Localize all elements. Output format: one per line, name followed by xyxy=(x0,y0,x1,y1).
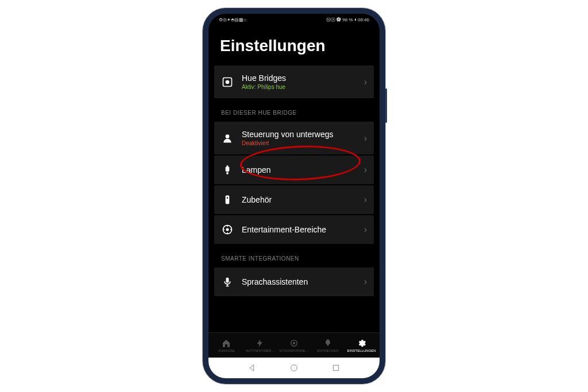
item-sublabel: Aktiv: Philips hue xyxy=(242,84,356,90)
status-text-right: ⓃⒶ ⓿ 98 % ▮ 08:46 xyxy=(326,17,369,23)
item-sublabel: Deaktiviert xyxy=(242,140,356,146)
gear-icon xyxy=(357,339,366,348)
nav-sync[interactable]: SYNCHRONISIE… xyxy=(277,339,311,352)
svg-point-4 xyxy=(227,197,229,199)
accessories-item[interactable]: Zubehör › xyxy=(214,185,374,214)
svg-point-9 xyxy=(293,342,295,344)
svg-rect-7 xyxy=(226,278,229,283)
item-label: Hue Bridges xyxy=(242,73,356,83)
bridge-icon xyxy=(221,76,234,88)
nav-home[interactable]: ZUHAUSE xyxy=(210,339,243,352)
item-label: Entertainment-Bereiche xyxy=(242,225,356,234)
nav-label: SYNCHRONISIE… xyxy=(279,349,309,352)
rocket-icon xyxy=(323,339,332,348)
entertainment-icon xyxy=(221,223,234,236)
item-text: Entertainment-Bereiche xyxy=(242,225,356,234)
item-label: Steuerung von unterwegs xyxy=(242,130,356,139)
item-text: Steuerung von unterwegs Deaktiviert xyxy=(242,130,356,146)
lights-item[interactable]: Lampen › xyxy=(214,156,374,184)
remote-control-item[interactable]: Steuerung von unterwegs Deaktiviert › xyxy=(214,122,374,154)
item-text: Lampen xyxy=(242,165,356,174)
section-header-bridge: BEI DIESER HUE BRIDGE xyxy=(208,99,380,122)
microphone-icon xyxy=(221,275,234,288)
chevron-right-icon: › xyxy=(364,195,367,205)
android-recent-button[interactable] xyxy=(331,363,341,373)
android-back-button[interactable] xyxy=(247,363,257,373)
status-bar: ⚙◎✦⬘▤▩⌂ ⓃⒶ ⓿ 98 % ▮ 08:46 xyxy=(208,14,380,25)
svg-point-10 xyxy=(291,365,297,371)
svg-point-2 xyxy=(226,134,230,138)
item-label: Lampen xyxy=(242,165,356,174)
nav-settings[interactable]: EINSTELLUNGEN xyxy=(345,339,378,352)
svg-rect-11 xyxy=(333,365,338,370)
bottom-nav: ZUHAUSE AUTOMATISIER… SYNCHRONISIE… ENTD… xyxy=(208,332,380,358)
status-left: ⚙◎✦⬘▤▩⌂ xyxy=(219,17,246,22)
nav-label: EINSTELLUNGEN xyxy=(347,349,376,352)
sync-icon xyxy=(289,339,299,348)
svg-point-1 xyxy=(226,80,230,84)
bolt-icon xyxy=(256,339,265,348)
item-text: Zubehör xyxy=(242,195,356,204)
nav-discover[interactable]: ENTDECKEN xyxy=(311,339,345,352)
svg-point-6 xyxy=(226,228,229,231)
screen: ⚙◎✦⬘▤▩⌂ ⓃⒶ ⓿ 98 % ▮ 08:46 Einstellungen … xyxy=(208,14,380,378)
entertainment-item[interactable]: Entertainment-Bereiche › xyxy=(214,215,374,244)
remote-icon xyxy=(221,193,234,206)
nav-label: ZUHAUSE xyxy=(218,349,235,352)
nav-label: AUTOMATISIER… xyxy=(246,349,274,352)
nav-automation[interactable]: AUTOMATISIER… xyxy=(243,339,277,352)
item-text: Hue Bridges Aktiv: Philips hue xyxy=(242,73,356,90)
chevron-right-icon: › xyxy=(364,277,367,287)
home-icon xyxy=(222,339,231,348)
status-icons-left: ⚙◎✦⬘▤▩⌂ xyxy=(219,17,246,22)
android-nav-bar xyxy=(208,358,380,378)
android-home-button[interactable] xyxy=(289,363,299,373)
settings-content: Einstellungen Hue Bridges Aktiv: Philips… xyxy=(208,25,380,332)
chevron-right-icon: › xyxy=(364,77,367,87)
section-header-integrations: SMARTE INTEGRATIONEN xyxy=(208,245,380,267)
phone-mockup: ⚙◎✦⬘▤▩⌂ ⓃⒶ ⓿ 98 % ▮ 08:46 Einstellungen … xyxy=(203,8,385,384)
hue-bridges-item[interactable]: Hue Bridges Aktiv: Philips hue › xyxy=(214,65,374,98)
voice-assistants-item[interactable]: Sprachassistenten › xyxy=(214,267,374,296)
bulb-icon xyxy=(221,164,234,176)
svg-rect-3 xyxy=(226,196,230,204)
nav-label: ENTDECKEN xyxy=(317,349,338,352)
phone-side-button xyxy=(385,88,387,123)
chevron-right-icon: › xyxy=(364,133,367,143)
page-title: Einstellungen xyxy=(208,25,380,65)
item-text: Sprachassistenten xyxy=(242,277,356,286)
status-right: ⓃⒶ ⓿ 98 % ▮ 08:46 xyxy=(326,17,369,23)
chevron-right-icon: › xyxy=(364,224,367,235)
item-label: Zubehör xyxy=(242,195,356,204)
item-label: Sprachassistenten xyxy=(242,277,356,286)
person-icon xyxy=(221,132,234,145)
chevron-right-icon: › xyxy=(364,165,367,175)
